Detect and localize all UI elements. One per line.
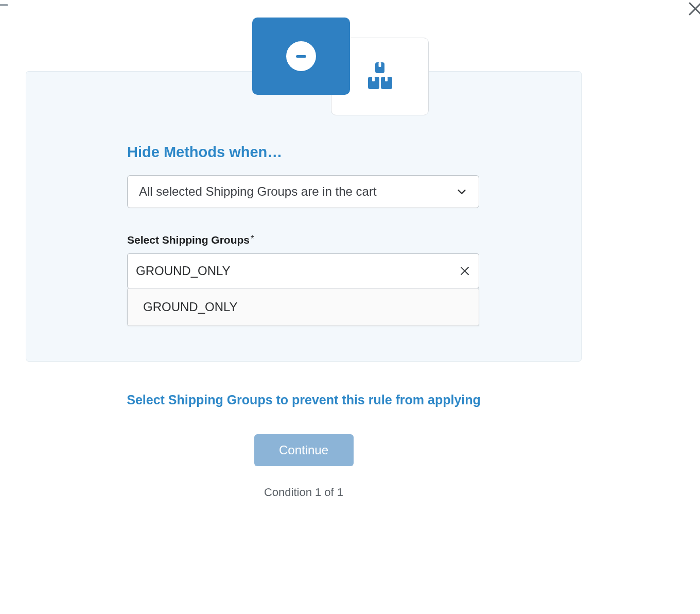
groups-dropdown: GROUND_ONLY (127, 288, 479, 326)
condition-counter: Condition 1 of 1 (26, 486, 582, 499)
svg-rect-1 (379, 62, 381, 67)
condition-select[interactable]: All selected Shipping Groups are in the … (127, 175, 479, 208)
groups-input[interactable] (136, 264, 459, 278)
svg-rect-5 (385, 77, 388, 81)
panel-heading: Hide Methods when… (127, 144, 479, 161)
clear-icon[interactable] (459, 265, 470, 277)
svg-rect-3 (372, 77, 375, 81)
condition-card-hide[interactable] (252, 18, 350, 95)
groups-input-wrap (127, 253, 479, 288)
condition-select-value: All selected Shipping Groups are in the … (139, 184, 456, 199)
exclude-groups-link[interactable]: Select Shipping Groups to prevent this r… (127, 393, 481, 407)
lower-section: Select Shipping Groups to prevent this r… (26, 382, 582, 499)
minus-circle-icon (286, 41, 316, 71)
boxes-icon (364, 61, 395, 92)
dropdown-option[interactable]: GROUND_ONLY (128, 288, 479, 326)
partial-dash (0, 4, 8, 6)
close-icon (688, 1, 700, 16)
close-button[interactable] (688, 1, 700, 16)
groups-label: Select Shipping Groups* (127, 234, 479, 246)
continue-button[interactable]: Continue (254, 434, 354, 466)
condition-cards (252, 18, 448, 121)
chevron-down-icon (456, 186, 467, 197)
